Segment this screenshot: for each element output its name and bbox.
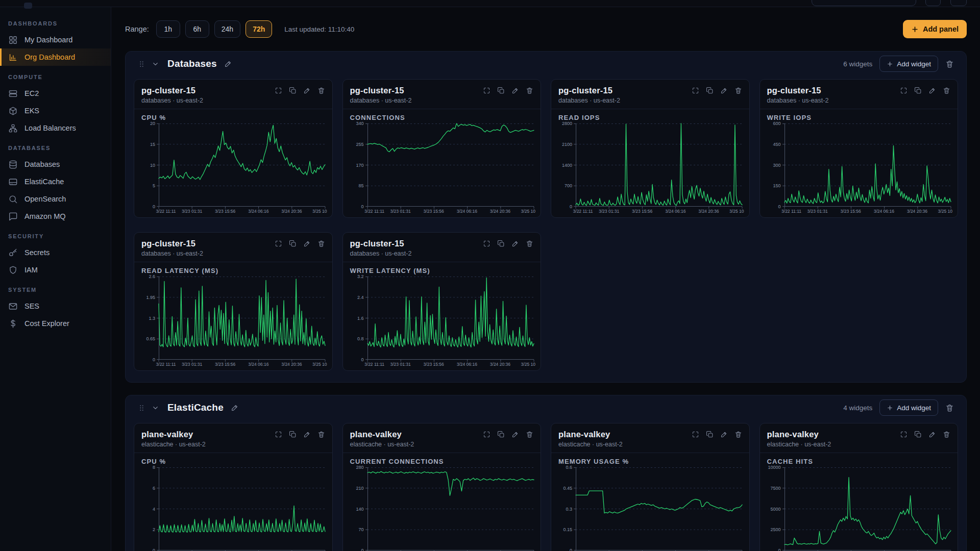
widget-card-current-connections: plane-valkeyelasticache · us-east-2CURRE… xyxy=(342,423,542,551)
x-tick-label: 3/23 01:31 xyxy=(182,362,202,367)
delete-icon[interactable] xyxy=(317,87,325,94)
sidebar-item-my-dashboard[interactable]: My Dashboard xyxy=(0,31,111,48)
sidebar-item-eks[interactable]: EKS xyxy=(0,102,111,119)
sidebar-item-databases[interactable]: Databases xyxy=(0,156,111,173)
delete-icon[interactable] xyxy=(945,60,954,68)
range-button-72h[interactable]: 72h xyxy=(246,20,272,38)
chevron-down-icon[interactable] xyxy=(152,404,159,412)
delete-icon[interactable] xyxy=(526,240,533,247)
range-button-6h[interactable]: 6h xyxy=(185,20,209,38)
duplicate-icon[interactable] xyxy=(706,431,714,438)
widget-header: pg-cluster-15databases · us-east-2 xyxy=(134,233,332,262)
x-tick-label: 3/22 11:11 xyxy=(781,209,801,214)
y-tick-label: 340 xyxy=(356,121,363,126)
delete-icon[interactable] xyxy=(526,431,533,438)
x-tick-label: 3/24 06:16 xyxy=(248,362,268,367)
expand-icon[interactable] xyxy=(692,431,699,438)
sidebar-item-elasticache[interactable]: ElastiCache xyxy=(0,173,111,190)
delete-icon[interactable] xyxy=(734,431,742,438)
widget-subtitle: databases · us-east-2 xyxy=(350,250,534,257)
widget-title-row: pg-cluster-15 xyxy=(558,86,742,95)
x-tick-label: 3/23 01:31 xyxy=(182,209,202,214)
widget-title-row: pg-cluster-15 xyxy=(350,86,534,95)
expand-icon[interactable] xyxy=(692,87,699,94)
x-axis-labels: 3/22 11:113/23 01:313/23 15:563/24 06:16… xyxy=(576,207,742,214)
add-widget-button[interactable]: Add widget xyxy=(879,56,938,72)
metric-chart: 07001400210028003/22 11:113/23 01:313/23… xyxy=(558,123,742,214)
sidebar-item-opensearch[interactable]: OpenSearch xyxy=(0,190,111,208)
delete-icon[interactable] xyxy=(943,431,950,438)
duplicate-icon[interactable] xyxy=(914,431,922,438)
x-tick-label: 3/22 11:11 xyxy=(573,209,593,214)
widget-title-row: pg-cluster-15 xyxy=(141,239,325,248)
sidebar-item-iam[interactable]: IAM xyxy=(0,261,111,279)
x-tick-label: 3/23 15:56 xyxy=(215,362,235,367)
expand-icon[interactable] xyxy=(900,431,908,438)
delete-icon[interactable] xyxy=(526,87,533,94)
add-widget-button[interactable]: Add widget xyxy=(879,399,938,416)
drag-handle-icon[interactable] xyxy=(138,60,145,68)
sidebar-item-cost-explorer[interactable]: Cost Explorer xyxy=(0,315,111,332)
expand-icon[interactable] xyxy=(275,87,282,94)
expand-icon[interactable] xyxy=(275,431,282,438)
y-axis-labels: 05101520 xyxy=(141,123,159,207)
sidebar-item-ses[interactable]: SES xyxy=(0,297,111,315)
panel-header-databases: Databases6 widgetsAdd widget xyxy=(126,52,966,76)
expand-icon[interactable] xyxy=(275,240,282,247)
delete-icon[interactable] xyxy=(734,87,742,94)
y-tick-label: 70 xyxy=(358,527,363,532)
duplicate-icon[interactable] xyxy=(706,87,714,94)
sidebar-item-ec2[interactable]: EC2 xyxy=(0,85,111,102)
header-button-1[interactable] xyxy=(925,0,941,6)
expand-icon[interactable] xyxy=(483,240,491,247)
edit-icon[interactable] xyxy=(511,87,519,94)
edit-icon[interactable] xyxy=(720,87,728,94)
sidebar-item-secrets[interactable]: Secrets xyxy=(0,244,111,261)
header-button-2[interactable] xyxy=(950,0,967,6)
duplicate-icon[interactable] xyxy=(289,431,297,438)
edit-icon[interactable] xyxy=(303,87,311,94)
global-search-input[interactable] xyxy=(812,0,916,6)
sidebar-item-org-dashboard[interactable]: Org Dashboard xyxy=(0,48,111,66)
expand-icon[interactable] xyxy=(483,87,491,94)
edit-icon[interactable] xyxy=(511,431,519,438)
edit-icon[interactable] xyxy=(303,431,311,438)
edit-icon[interactable] xyxy=(511,240,519,247)
sidebar-section-label-compute: COMPUTE xyxy=(0,66,111,85)
delete-icon[interactable] xyxy=(945,404,954,412)
drag-handle-icon[interactable] xyxy=(138,404,145,412)
range-button-24h[interactable]: 24h xyxy=(214,20,240,38)
y-tick-label: 0.65 xyxy=(146,336,155,341)
duplicate-icon[interactable] xyxy=(289,240,297,247)
add-panel-button[interactable]: Add panel xyxy=(903,20,967,38)
edit-icon[interactable] xyxy=(303,240,311,247)
edit-icon[interactable] xyxy=(231,404,239,412)
expand-icon[interactable] xyxy=(900,87,908,94)
duplicate-icon[interactable] xyxy=(497,431,505,438)
expand-icon[interactable] xyxy=(483,431,491,438)
delete-icon[interactable] xyxy=(943,87,950,94)
y-axis-labels: 02468 xyxy=(141,467,159,550)
sidebar-item-load-balancers[interactable]: Load Balancers xyxy=(0,119,111,137)
duplicate-icon[interactable] xyxy=(497,87,505,94)
delete-icon[interactable] xyxy=(317,240,325,247)
y-tick-label: 5 xyxy=(153,183,155,188)
edit-icon[interactable] xyxy=(928,87,936,94)
x-tick-label: 3/25 10 xyxy=(521,209,535,214)
edit-icon[interactable] xyxy=(224,60,232,68)
range-button-1h[interactable]: 1h xyxy=(156,20,180,38)
edit-icon[interactable] xyxy=(928,431,936,438)
delete-icon[interactable] xyxy=(317,431,325,438)
widget-header: pg-cluster-15databases · us-east-2 xyxy=(134,80,332,109)
y-axis-labels: 00.81.62.43.2 xyxy=(350,277,368,360)
chevron-down-icon[interactable] xyxy=(152,60,159,68)
duplicate-icon[interactable] xyxy=(914,87,922,94)
duplicate-icon[interactable] xyxy=(289,87,297,94)
panel-title: Databases xyxy=(167,58,217,69)
edit-icon[interactable] xyxy=(720,431,728,438)
duplicate-icon[interactable] xyxy=(497,240,505,247)
widget-card-read-latency-ms: pg-cluster-15databases · us-east-2READ L… xyxy=(134,232,333,371)
sidebar-item-amazon-mq[interactable]: Amazon MQ xyxy=(0,208,111,225)
y-tick-label: 0 xyxy=(570,204,572,209)
x-tick-label: 3/24 06:16 xyxy=(457,209,477,214)
